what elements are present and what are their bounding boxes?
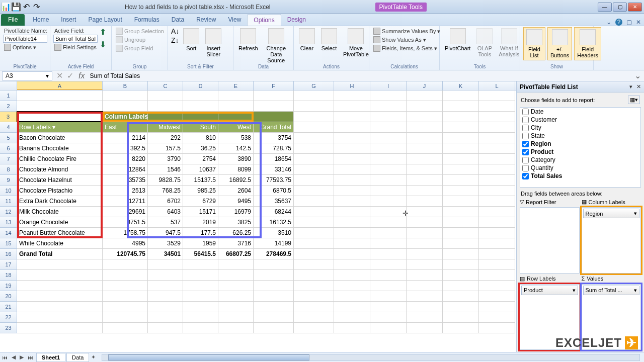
cell-D12[interactable]: 15171 [183, 207, 218, 217]
cell-I20[interactable] [370, 291, 407, 302]
cell-C18[interactable] [148, 270, 183, 281]
cell-J21[interactable] [407, 302, 443, 312]
sheet-tab-data[interactable]: Data [66, 353, 89, 362]
cell-E19[interactable] [218, 281, 254, 291]
cell-J3[interactable] [407, 112, 443, 122]
cell-E6[interactable]: 142.5 [218, 143, 254, 154]
tab-options[interactable]: Options [247, 14, 281, 26]
row-header-9[interactable]: 9 [0, 175, 17, 186]
cell-K12[interactable] [443, 207, 479, 217]
cell-I3[interactable] [370, 112, 407, 122]
cell-G17[interactable] [294, 259, 334, 270]
cell-K20[interactable] [443, 291, 479, 302]
cell-G10[interactable] [294, 186, 334, 196]
field-category[interactable]: Category [520, 156, 640, 164]
field-region[interactable]: Region [520, 140, 640, 148]
field-checkbox-quantity[interactable] [522, 165, 529, 171]
cell-E4[interactable]: West [218, 122, 254, 133]
cell-B7[interactable]: 8220 [103, 154, 148, 164]
select-button[interactable]: Select [319, 27, 339, 52]
cell-F1[interactable] [254, 90, 294, 101]
cell-I14[interactable] [370, 228, 407, 238]
cell-D17[interactable] [183, 259, 218, 270]
cell-G14[interactable] [294, 228, 334, 238]
cell-E18[interactable] [218, 270, 254, 281]
cell-C1[interactable] [148, 90, 183, 101]
cell-D6[interactable]: 36.25 [183, 143, 218, 154]
cell-D14[interactable]: 177.5 [183, 228, 218, 238]
cell-D16[interactable]: 56415.5 [183, 249, 218, 259]
help-icon[interactable]: ? [615, 19, 622, 26]
column-headers[interactable]: ABCDEFGHIJKL [0, 81, 516, 90]
cell-E16[interactable]: 66807.25 [218, 249, 254, 259]
cell-F17[interactable] [254, 259, 294, 270]
cell-L1[interactable] [479, 90, 515, 101]
cell-I16[interactable] [370, 249, 407, 259]
cell-H20[interactable] [334, 291, 370, 302]
cell-F6[interactable]: 728.75 [254, 143, 294, 154]
cell-B1[interactable] [103, 90, 148, 101]
field-settings-button[interactable]: Field Settings [53, 43, 98, 51]
cell-C20[interactable] [148, 291, 183, 302]
cell-A19[interactable] [17, 281, 103, 291]
namebox-dropdown-icon[interactable]: ▾ [46, 72, 49, 79]
cell-D11[interactable]: 6729 [183, 196, 218, 207]
expand-formula-icon[interactable]: ⌄ [631, 71, 644, 80]
cell-F20[interactable] [254, 291, 294, 302]
cell-K17[interactable] [443, 259, 479, 270]
cell-C8[interactable]: 1546 [148, 164, 183, 175]
cell-F22[interactable] [254, 312, 294, 323]
cell-C5[interactable]: 292 [148, 133, 183, 143]
show-values-as-button[interactable]: Show Values As ▾ [372, 36, 441, 44]
field-checkbox-region[interactable] [522, 141, 529, 147]
cell-A10[interactable]: Chocolate Pistachio [17, 186, 103, 196]
field-product[interactable]: Product [520, 148, 640, 156]
enter-formula-icon[interactable]: ✓ [65, 71, 75, 80]
cell-G8[interactable] [294, 164, 334, 175]
cell-K14[interactable] [443, 228, 479, 238]
cell-B6[interactable]: 392.5 [103, 143, 148, 154]
cell-K3[interactable] [443, 112, 479, 122]
cell-F14[interactable]: 3510 [254, 228, 294, 238]
field-date[interactable]: Date [520, 108, 640, 116]
cell-A9[interactable]: Chocolate Hazelnut [17, 175, 103, 186]
cell-D18[interactable] [183, 270, 218, 281]
cell-B19[interactable] [103, 281, 148, 291]
cell-I8[interactable] [370, 164, 407, 175]
sort-button[interactable]: Sort [181, 27, 201, 52]
sort-asc-icon[interactable]: A↓ [171, 27, 179, 35]
fx-icon[interactable]: fx [75, 71, 88, 80]
row-header-7[interactable]: 7 [0, 154, 17, 164]
cell-L16[interactable] [479, 249, 515, 259]
cell-L8[interactable] [479, 164, 515, 175]
row-header-10[interactable]: 10 [0, 186, 17, 196]
cell-F13[interactable]: 16132.5 [254, 217, 294, 228]
cell-K7[interactable] [443, 154, 479, 164]
cell-F5[interactable]: 3754 [254, 133, 294, 143]
cell-E12[interactable]: 16979 [218, 207, 254, 217]
column-header-E[interactable]: E [218, 81, 254, 90]
cell-E21[interactable] [218, 302, 254, 312]
region-chip[interactable]: Region▾ [583, 209, 640, 218]
cell-L17[interactable] [479, 259, 515, 270]
cell-A13[interactable]: Orange Chocolate [17, 217, 103, 228]
cell-G6[interactable] [294, 143, 334, 154]
cell-C16[interactable]: 34501 [148, 249, 183, 259]
cell-E5[interactable]: 538 [218, 133, 254, 143]
cell-I15[interactable] [370, 238, 407, 249]
cell-I12[interactable] [370, 207, 407, 217]
cell-F19[interactable] [254, 281, 294, 291]
cell-G21[interactable] [294, 302, 334, 312]
cell-A17[interactable] [17, 259, 103, 270]
cell-A20[interactable] [17, 291, 103, 302]
cell-B11[interactable]: 12711 [103, 196, 148, 207]
cell-C13[interactable]: 537 [148, 217, 183, 228]
tab-review[interactable]: Review [190, 14, 222, 26]
field-checkbox-total-sales[interactable] [522, 173, 529, 179]
cell-J19[interactable] [407, 281, 443, 291]
cell-G9[interactable] [294, 175, 334, 186]
cell-L21[interactable] [479, 302, 515, 312]
cell-E17[interactable] [218, 259, 254, 270]
cell-D15[interactable]: 1959 [183, 238, 218, 249]
cell-F3[interactable] [254, 112, 294, 122]
